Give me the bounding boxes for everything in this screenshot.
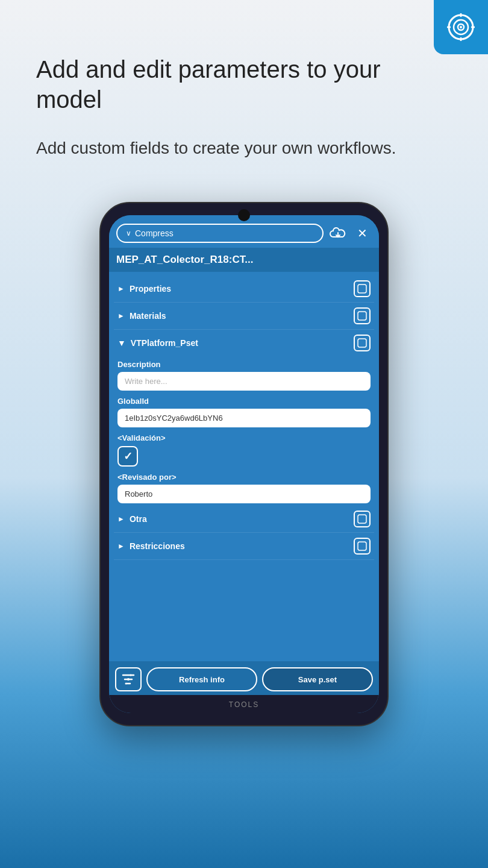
screen-topbar: ∨ Compress ✕ (109, 215, 379, 248)
main-text-area: Add and edit parameters to your model Ad… (0, 0, 488, 184)
svg-point-14 (125, 683, 127, 685)
otra-row[interactable]: ► Otra (114, 506, 374, 533)
materials-checkbox[interactable] (354, 307, 371, 324)
validacion-label: <Validación> (117, 433, 371, 442)
restricciones-label: Restricciones (130, 541, 185, 551)
otra-checkbox[interactable] (354, 511, 371, 527)
compress-label: Compress (135, 228, 174, 238)
checkmark-icon: ✓ (124, 450, 133, 463)
refresh-info-button[interactable]: Refresh info (146, 667, 257, 691)
phone-screen: ∨ Compress ✕ MEP_AT_Colector_R18:CT... (109, 215, 379, 713)
vtp-checkbox[interactable] (354, 335, 371, 351)
save-pset-button[interactable]: Save p.set (262, 667, 373, 691)
chevron-down-icon: ∨ (126, 229, 131, 237)
filter-button[interactable] (115, 667, 142, 691)
validacion-checkbox[interactable]: ✓ (117, 446, 138, 467)
phone-mockup: ∨ Compress ✕ MEP_AT_Colector_R18:CT... (99, 202, 389, 726)
properties-bullet: ► (117, 285, 125, 293)
svg-rect-11 (358, 515, 366, 523)
otra-label: Otra (130, 514, 147, 524)
svg-rect-10 (358, 339, 366, 347)
vtp-platform-row[interactable]: ▼ VTPlatform_Pset (114, 330, 374, 356)
description-section: Description Write here... (114, 356, 374, 393)
logo-corner (434, 0, 488, 54)
svg-point-13 (127, 678, 130, 681)
restricciones-row[interactable]: ► Restricciones (114, 533, 374, 560)
page-title: Add and edit parameters to your model (36, 54, 452, 115)
globalid-input[interactable]: 1eIb1z0sYC2ya6wd6LbYN6 (117, 409, 371, 427)
phone-container: ∨ Compress ✕ MEP_AT_Colector_R18:CT... (0, 184, 488, 726)
svg-point-15 (130, 675, 132, 676)
description-input[interactable]: Write here... (117, 372, 371, 391)
svg-rect-12 (358, 542, 366, 550)
globalid-section: GlobalId 1eIb1z0sYC2ya6wd6LbYN6 (114, 393, 374, 430)
otra-bullet: ► (117, 515, 125, 523)
model-name-bar: MEP_AT_Colector_R18:CT... (109, 248, 379, 272)
tools-label: TOOLS (229, 700, 259, 709)
revisado-section: <Revisado por> Roberto (114, 469, 374, 506)
page-subtitle: Add custom fields to create your own wor… (36, 136, 452, 160)
description-label: Description (117, 360, 371, 369)
screen-content: ► Properties ► Materials (109, 272, 379, 661)
close-icon[interactable]: ✕ (352, 224, 372, 243)
properties-label: Properties (130, 284, 171, 294)
vtp-label-text: VTPlatform_Pset (131, 338, 198, 348)
vtp-logo-icon (445, 11, 477, 43)
materials-row[interactable]: ► Materials (114, 303, 374, 330)
properties-row[interactable]: ► Properties (114, 275, 374, 303)
restricciones-checkbox[interactable] (354, 538, 371, 555)
svg-rect-8 (358, 285, 366, 293)
revisado-label: <Revisado por> (117, 473, 371, 482)
bottom-toolbar: Refresh info Save p.set (109, 661, 379, 695)
tools-bar: TOOLS (109, 695, 379, 713)
svg-rect-9 (358, 312, 366, 320)
filter-icon (122, 673, 135, 686)
model-name-text: MEP_AT_Colector_R18:CT... (116, 254, 372, 266)
revisado-input[interactable]: Roberto (117, 485, 371, 503)
restricciones-bullet: ► (117, 542, 125, 550)
properties-checkbox[interactable] (354, 280, 371, 297)
globalid-label: GlobalId (117, 397, 371, 406)
materials-label: Materials (130, 311, 166, 321)
validacion-section: <Validación> ✓ (114, 430, 374, 469)
svg-point-3 (460, 26, 462, 28)
compress-dropdown[interactable]: ∨ Compress (116, 224, 324, 243)
materials-bullet: ► (117, 312, 125, 320)
cloud-icon[interactable] (328, 224, 348, 243)
vtp-bullet: ▼ (117, 338, 126, 348)
